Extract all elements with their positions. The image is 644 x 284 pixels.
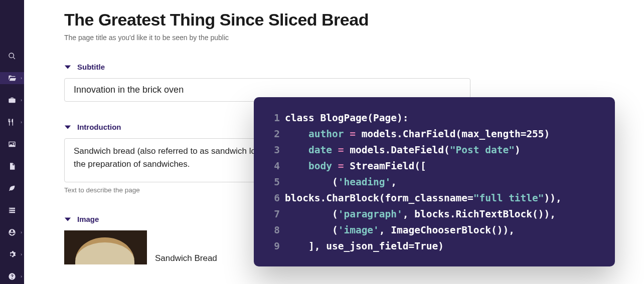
code-line: 1class BlogPage(Page): [268, 110, 601, 126]
settings-icon [8, 250, 16, 258]
chevron-down-icon [64, 216, 71, 223]
code-line: 4 body = StreamField([ [268, 158, 601, 174]
code-content: ('paragraph', blocks.RichTextBlock()), [285, 206, 556, 222]
code-line: 2 author = models.CharField(max_length=2… [268, 126, 601, 142]
sidebar-search[interactable] [0, 50, 24, 62]
image-icon [8, 140, 16, 148]
code-line: 6blocks.CharBlock(form_classname="full t… [268, 190, 601, 206]
storage-icon [8, 206, 16, 214]
sidebar: ›››››› [0, 0, 24, 284]
briefcase-icon [8, 96, 16, 104]
code-line: 9 ], use_json_field=True) [268, 238, 601, 254]
code-content: date = models.DateField("Post date") [285, 142, 521, 158]
line-number: 7 [268, 206, 280, 222]
utensils-icon [8, 118, 16, 126]
code-content: ], use_json_field=True) [285, 238, 444, 254]
line-number: 2 [268, 126, 280, 142]
chevron-down-icon [64, 64, 71, 71]
line-number: 6 [268, 190, 280, 206]
sidebar-briefcase[interactable]: › [0, 94, 24, 106]
line-number: 3 [268, 142, 280, 158]
code-content: ('heading', [285, 174, 397, 190]
field-subtitle-toggle[interactable]: Subtitle [64, 63, 624, 71]
line-number: 9 [268, 238, 280, 254]
sidebar-settings[interactable]: › [0, 248, 24, 260]
code-content: class BlogPage(Page): [285, 110, 409, 126]
search-icon [8, 52, 16, 60]
sidebar-globe[interactable]: › [0, 226, 24, 238]
sidebar-image[interactable] [0, 138, 24, 150]
image-thumbnail[interactable] [64, 230, 147, 264]
code-line: 8 ('image', ImageChooserBlock()), [268, 222, 601, 238]
sidebar-utensils[interactable]: › [0, 116, 24, 128]
chevron-right-icon: › [21, 230, 22, 235]
sidebar-leaf[interactable] [0, 182, 24, 194]
code-line: 7 ('paragraph', blocks.RichTextBlock()), [268, 206, 601, 222]
line-number: 1 [268, 110, 280, 126]
page-title-help: The page title as you'd like it to be se… [64, 34, 624, 42]
chevron-right-icon: › [21, 274, 22, 279]
code-line: 3 date = models.DateField("Post date") [268, 142, 601, 158]
sidebar-folder-open[interactable]: › [0, 72, 24, 84]
code-content: author = models.CharField(max_length=255… [285, 126, 550, 142]
sidebar-help[interactable]: › [0, 270, 24, 282]
chevron-right-icon: › [21, 98, 22, 103]
sidebar-document[interactable] [0, 160, 24, 172]
chevron-right-icon: › [21, 76, 22, 81]
folder-open-icon [8, 74, 16, 82]
field-subtitle: Subtitle [64, 63, 624, 102]
globe-icon [8, 228, 16, 236]
field-image-label: Image [77, 215, 99, 223]
code-content: blocks.CharBlock(form_classname="full ti… [285, 190, 562, 206]
line-number: 4 [268, 158, 280, 174]
leaf-icon [8, 184, 16, 192]
field-subtitle-label: Subtitle [77, 63, 105, 71]
code-overlay: 1class BlogPage(Page):2 author = models.… [254, 97, 615, 266]
help-icon [8, 272, 16, 280]
chevron-down-icon [64, 124, 71, 131]
image-caption: Sandwich Bread [155, 253, 217, 264]
code-line: 5 ('heading', [268, 174, 601, 190]
sidebar-storage[interactable] [0, 204, 24, 216]
code-content: ('image', ImageChooserBlock()), [285, 222, 515, 238]
line-number: 8 [268, 222, 280, 238]
chevron-right-icon: › [21, 252, 22, 257]
document-icon [8, 162, 16, 170]
field-introduction-label: Introduction [77, 123, 121, 131]
code-content: body = StreamField([ [285, 158, 426, 174]
page-title: The Greatest Thing Since Sliced Bread [64, 10, 624, 30]
chevron-right-icon: › [21, 120, 22, 125]
line-number: 5 [268, 174, 280, 190]
